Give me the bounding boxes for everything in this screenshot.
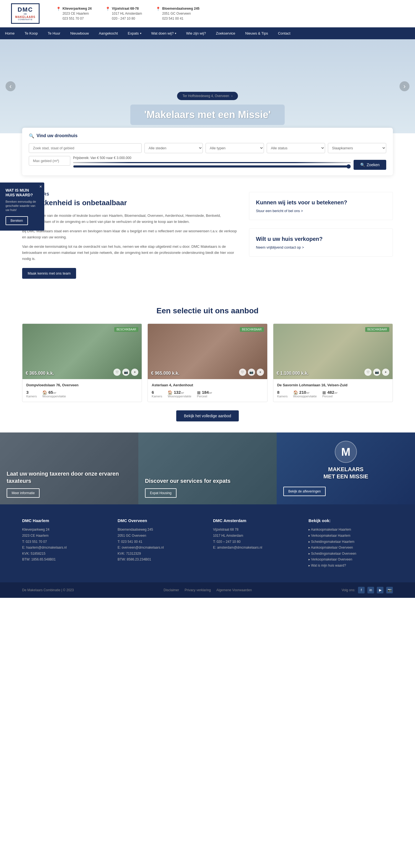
promo-title-3: MAKELAARS MET EEN MISSIE xyxy=(323,466,368,480)
listing-photo-3[interactable]: 📷 xyxy=(373,369,380,376)
about-card-2-link[interactable]: Neem vrijblijvend contact op > xyxy=(256,245,304,249)
listing-body-2: Asterlaan 4, Aerdenhout 6 Kamers 🏠 132 xyxy=(148,379,267,402)
footer-terms[interactable]: Algemene Voorwaarden xyxy=(216,588,252,592)
listing-image-3: BESCHIKBAAR € 1.100.000 k.k. ♡ 📷 + xyxy=(273,324,393,379)
footer-disclaimer[interactable]: Disclaimer xyxy=(164,588,179,592)
hero-announcement-text: Ter Hoffsteedeweg 4, Overveen xyxy=(183,94,229,98)
view-all-listings-button[interactable]: Bekijk het volledige aanbod xyxy=(176,410,239,422)
house-value-button[interactable]: Bereken xyxy=(5,216,28,225)
hero-next-button[interactable]: › xyxy=(399,81,410,91)
status-select[interactable]: Alle status xyxy=(267,143,325,153)
nav-wie-zijn-wij[interactable]: Wie zijn wij? xyxy=(181,27,211,39)
promo-button-3[interactable]: Bekijk de afleveringen xyxy=(283,487,326,496)
search-row-2: Prijsbereik: Van € 500 naar € 3.000.000 … xyxy=(29,156,386,170)
nav-nieuwbouw[interactable]: Nieuwbouw xyxy=(65,27,94,39)
footer-privacy[interactable]: Privacy verklaring xyxy=(184,588,211,592)
footer-overveen-addr2: 2051 GC Overveen xyxy=(118,533,202,539)
search-button[interactable]: 🔍 Zoeken xyxy=(354,160,386,170)
close-icon[interactable]: ✕ xyxy=(39,185,42,189)
promo-card-taxatie: Laat uw woning taxeren door onze ervaren… xyxy=(0,432,138,504)
types-select[interactable]: Alle typen xyxy=(206,143,264,153)
house-value-title: WAT IS MIJN HUIS WAARD? xyxy=(5,188,39,197)
listing-add-1[interactable]: + xyxy=(131,369,138,376)
max-area-input[interactable] xyxy=(29,156,70,166)
listing-favorite-1[interactable]: ♡ xyxy=(113,369,121,376)
address-haarlem: 📍 Klieverparkweg 24 2023 CE Haarlem 023 … xyxy=(56,6,92,21)
address-amsterdam: 📍 Vijzelstraat 68-78 1017 HL Amsterdam 0… xyxy=(106,6,142,21)
main-navigation: Home Te Koop Te Huur Nieuwbouw Aangekoch… xyxy=(0,27,415,39)
listing-kamers-1: 3 Kamers xyxy=(26,390,37,398)
nav-home[interactable]: Home xyxy=(0,27,20,39)
facebook-icon[interactable]: f xyxy=(358,587,365,593)
nav-contact[interactable]: Contact xyxy=(273,27,295,39)
address-overveen: 📍 Bloemendaalseweg 245 2051 GC Overveen … xyxy=(156,6,200,21)
nav-zoekservice[interactable]: Zoekservice xyxy=(211,27,240,39)
addr-city-1: 2023 CE Haarlem xyxy=(62,11,89,16)
nav-wat-doen-wij[interactable]: Wat doen wij? ▾ xyxy=(146,27,181,39)
footer-bottom: De Makelaars Combinatie | © 2023 Disclai… xyxy=(0,582,415,598)
listing-address-2: Asterlaan 4, Aerdenhout xyxy=(152,383,263,387)
listing-icon-group-1: ♡ 📷 + xyxy=(113,369,138,376)
house-icon-3: 🏠 xyxy=(293,390,298,395)
listing-image-1: BESCHIKBAAR € 365.000 k.k. ♡ 📷 + xyxy=(22,324,142,379)
listing-photo-1[interactable]: 📷 xyxy=(122,369,129,376)
about-side-cards: Kunnen wij iets voor u betekenen? Stuur … xyxy=(249,192,393,257)
listing-body-3: De Savornin Lohmanlaan 16, Velsen-Zuid 8… xyxy=(273,379,393,402)
nav-te-koop[interactable]: Te Koop xyxy=(20,27,43,39)
nav-nieuws[interactable]: Nieuws & Tips xyxy=(240,27,273,39)
hero-prev-button[interactable]: ‹ xyxy=(5,81,16,91)
hero-announcement[interactable]: Ter Hoffsteedeweg 4, Overveen › xyxy=(177,92,238,100)
about-title: Betrokkenheid is onbetaalbaar xyxy=(22,198,238,207)
promo-title-1: Laat uw woning taxeren door onze ervaren… xyxy=(7,470,132,485)
about-card-contact: Kunnen wij iets voor u betekenen? Stuur … xyxy=(249,192,393,220)
about-team-button[interactable]: Maak kennis met ons team xyxy=(22,268,76,279)
promo-logo-box: M MAKELAARS MET EEN MISSIE Bekijk de afl… xyxy=(283,439,408,498)
listing-kamers-3: 8 Kamers xyxy=(277,390,288,398)
footer-link-1[interactable]: Verkoopmakelaar Haarlem xyxy=(308,533,393,539)
listing-price-1: € 365.000 k.k. xyxy=(26,371,54,376)
promo-card-makelaars: M MAKELAARS MET EEN MISSIE Bekijk de afl… xyxy=(277,432,415,504)
nav-aangekocht[interactable]: Aangekocht xyxy=(94,27,123,39)
about-main-content: Makelaars Betrokkenheid is onbetaalbaar … xyxy=(22,192,238,279)
logo-dmc: DMC xyxy=(18,6,33,13)
footer-overveen-email: E: overveen@dmcmakelaars.nl xyxy=(118,545,202,551)
search-location-input[interactable] xyxy=(29,143,142,153)
youtube-icon[interactable]: ▶ xyxy=(377,587,383,593)
price-slider[interactable] xyxy=(73,164,351,169)
footer-overveen-kvk: KVK: 71312329 xyxy=(118,551,202,557)
chevron-down-icon: ▾ xyxy=(140,32,141,35)
about-section: Makelaars Betrokkenheid is onbetaalbaar … xyxy=(0,175,415,296)
listing-favorite-3[interactable]: ♡ xyxy=(364,369,372,376)
footer-link-6[interactable]: Wat is mijn huis waard? xyxy=(308,563,393,569)
linkedin-icon[interactable]: in xyxy=(367,587,374,593)
promo-logo-circle: M xyxy=(335,441,357,463)
listing-add-2[interactable]: + xyxy=(257,369,264,376)
listing-favorite-2[interactable]: ♡ xyxy=(239,369,246,376)
promo-button-1[interactable]: Meer informatie xyxy=(7,488,39,498)
listing-address-3: De Savornin Lohmanlaan 16, Velsen-Zuid xyxy=(277,383,389,387)
slaapkamers-select[interactable]: Slaapkamers xyxy=(328,143,386,153)
chevron-down-icon-2: ▾ xyxy=(175,32,176,35)
listing-badge-1: BESCHIKBAAR xyxy=(114,327,138,332)
about-card-1-link[interactable]: Stuur een bericht of bel ons > xyxy=(256,209,303,213)
cities-select[interactable]: Alle steden xyxy=(144,143,203,153)
footer-link-0[interactable]: Aankoopmakelaar Haarlem xyxy=(308,527,393,533)
footer-link-5[interactable]: Verkoopmakelaar Overveen xyxy=(308,557,393,563)
instagram-icon[interactable]: 📷 xyxy=(386,587,393,593)
listing-add-3[interactable]: + xyxy=(382,369,389,376)
listing-photo-2[interactable]: 📷 xyxy=(248,369,255,376)
listing-woonoppervlakte-3: 🏠 210 m² Woonoppervlakte xyxy=(293,390,317,398)
listing-woonoppervlakte-2: 🏠 132 m² Woonoppervlakte xyxy=(168,390,191,398)
footer-link-4[interactable]: Scheidingsmakelaar Overveen xyxy=(308,551,393,557)
about-card-sell: Wilt u uw huis verkopen? Neem vrijblijve… xyxy=(249,228,393,257)
social-label: Volg ons: xyxy=(342,588,355,592)
nav-expats[interactable]: Expats ▾ xyxy=(123,27,146,39)
logo[interactable]: DMC DE MAKELAARS COMBINATIE xyxy=(11,3,39,24)
footer-haarlem-title: DMC Haarlem xyxy=(22,518,107,523)
footer-link-2[interactable]: Scheidingsmakelaar Haarlem xyxy=(308,539,393,545)
addr-city-3: 2051 GC Overveen xyxy=(162,11,190,16)
plot-icon-2: ▦ xyxy=(197,390,201,395)
promo-button-2[interactable]: Expat Housing xyxy=(145,488,177,498)
nav-te-huur[interactable]: Te Huur xyxy=(42,27,65,39)
footer-link-3[interactable]: Aankoopmakelaar Overveen xyxy=(308,545,393,551)
